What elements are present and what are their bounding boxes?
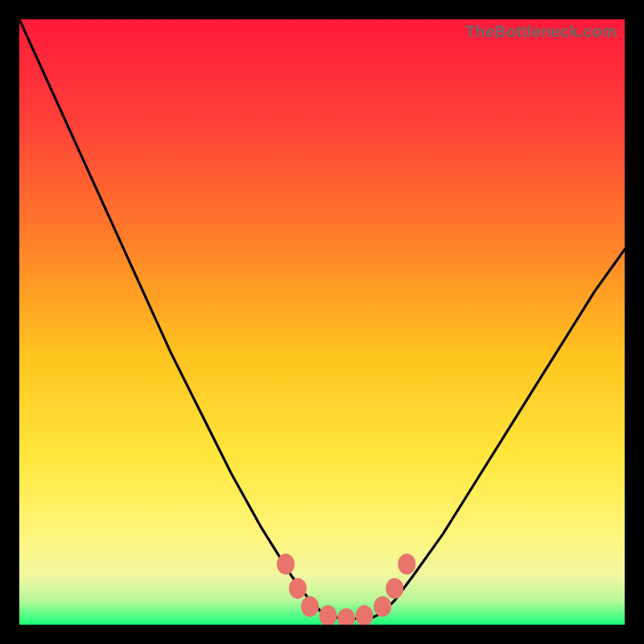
gradient-background — [19, 19, 625, 625]
marker-point — [398, 554, 415, 575]
chart-frame: TheBottleneck.com — [0, 0, 644, 644]
chart-svg — [19, 19, 625, 625]
plot-area: TheBottleneck.com — [19, 19, 625, 625]
marker-point — [301, 596, 319, 617]
marker-point — [374, 596, 391, 617]
marker-point — [277, 554, 295, 575]
marker-point — [386, 578, 403, 599]
marker-point — [289, 578, 307, 599]
